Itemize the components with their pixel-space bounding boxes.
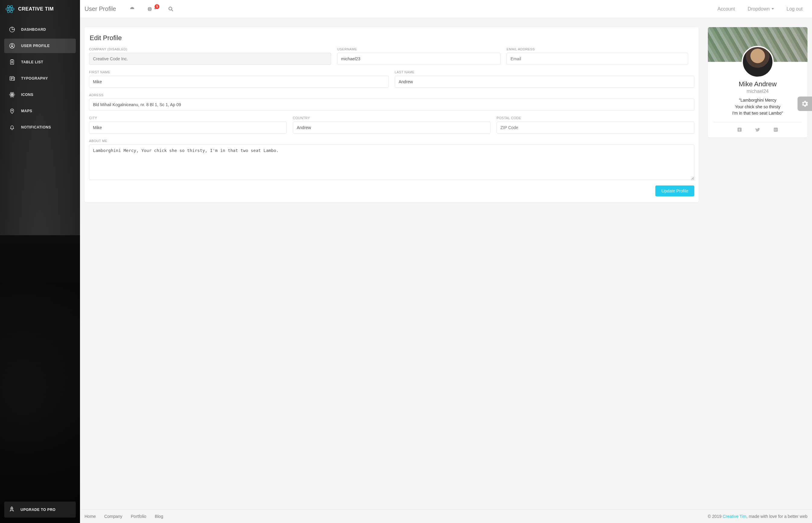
address-label: ADRESS — [89, 93, 694, 97]
first-name-input[interactable] — [89, 76, 389, 88]
about-label: ABOUT ME — [89, 139, 694, 143]
footer-link-company[interactable]: Company — [104, 514, 122, 519]
page-title: User Profile — [85, 5, 116, 12]
gear-icon — [801, 100, 808, 107]
user-icon — [8, 42, 16, 50]
footer-links: Home Company Portfolio Blog — [85, 514, 163, 519]
footer-brand-link[interactable]: Creative Tim — [723, 514, 746, 519]
social-links: G+ — [708, 123, 808, 138]
brand[interactable]: CREATIVE TIM — [0, 0, 80, 18]
nav-dropdown-label: Dropdown — [748, 6, 770, 12]
sidebar-item-icons[interactable]: ICONS — [4, 88, 76, 102]
notifications-badge: 5 — [155, 4, 159, 9]
company-input — [89, 53, 331, 65]
svg-point-13 — [12, 110, 13, 111]
sidebar-item-label: ICONS — [21, 93, 34, 97]
edit-profile-card: Edit Profile COMPANY (DISABLED) USERNAME… — [85, 27, 699, 202]
twitter-link[interactable] — [755, 127, 761, 133]
username-label: USERNAME — [337, 47, 500, 51]
clipboard-icon — [8, 58, 16, 66]
pie-chart-icon — [8, 26, 16, 33]
last-name-label: LAST NAME — [395, 70, 695, 74]
postal-label: POSTAL CODE — [497, 116, 694, 120]
google-plus-icon: G+ — [773, 127, 778, 132]
dashboard-icon — [129, 6, 135, 12]
edit-profile-title: Edit Profile — [90, 34, 694, 42]
facebook-link[interactable] — [737, 127, 743, 133]
user-handle: michael24 — [708, 89, 808, 94]
sidebar: CREATIVE TIM DASHBOARD USER PROFILE — [0, 0, 80, 523]
newspaper-icon — [8, 75, 16, 82]
dashboard-icon-button[interactable] — [125, 4, 139, 15]
search-button[interactable] — [163, 4, 178, 15]
first-name-label: FIRST NAME — [89, 70, 389, 74]
footer-link-blog[interactable]: Blog — [155, 514, 163, 519]
main-panel: User Profile 5 Account Dropdown Log out … — [80, 0, 812, 523]
sidebar-item-label: TYPOGRAPHY — [21, 76, 48, 80]
sidebar-nav: DASHBOARD USER PROFILE TABLE LIST — [0, 18, 80, 139]
atom-icon — [8, 91, 16, 98]
globe-icon — [147, 6, 153, 12]
nav-account[interactable]: Account — [713, 4, 740, 14]
settings-gear-button[interactable] — [797, 96, 812, 111]
sidebar-item-table-list[interactable]: TABLE LIST — [4, 55, 76, 69]
sidebar-item-notifications[interactable]: NOTIFICATIONS — [4, 120, 76, 134]
upgrade-to-pro[interactable]: UPGRADE TO PRO — [4, 502, 76, 518]
svg-point-12 — [12, 94, 13, 95]
svg-point-3 — [10, 8, 11, 10]
avatar — [742, 46, 774, 78]
email-label: EMAIL ADDRESS — [506, 47, 688, 51]
footer-copyright: © 2019 Creative Tim, made with love for … — [708, 514, 808, 519]
notifications-dropdown[interactable]: 5 — [142, 4, 160, 15]
nav-logout[interactable]: Log out — [782, 4, 808, 14]
content: Edit Profile COMPANY (DISABLED) USERNAME… — [80, 18, 812, 509]
user-quote: "Lamborghini Mercy Your chick she so thi… — [714, 97, 801, 117]
svg-text:G+: G+ — [774, 128, 778, 131]
user-name: Mike Andrew — [708, 80, 808, 88]
sidebar-item-typography[interactable]: TYPOGRAPHY — [4, 71, 76, 86]
last-name-input[interactable] — [395, 76, 695, 88]
map-pin-icon — [8, 107, 16, 114]
user-card: Mike Andrew michael24 "Lamborghini Mercy… — [708, 27, 808, 138]
upgrade-label: UPGRADE TO PRO — [20, 508, 55, 512]
bell-icon — [8, 124, 16, 131]
twitter-icon — [755, 127, 760, 132]
city-label: CITY — [89, 116, 287, 120]
svg-point-16 — [169, 7, 172, 10]
update-profile-button[interactable]: Update Profile — [655, 185, 694, 196]
react-logo-icon — [5, 4, 15, 14]
top-navbar: User Profile 5 Account Dropdown Log out — [80, 0, 812, 18]
sidebar-item-user-profile[interactable]: USER PROFILE — [4, 39, 76, 53]
footer-link-portfolio[interactable]: Portfolio — [131, 514, 146, 519]
caret-down-icon — [772, 8, 774, 10]
svg-point-14 — [12, 508, 12, 509]
country-label: COUNTRY — [293, 116, 490, 120]
footer: Home Company Portfolio Blog © 2019 Creat… — [80, 509, 812, 523]
facebook-icon — [737, 127, 742, 132]
sidebar-item-maps[interactable]: MAPS — [4, 104, 76, 118]
postal-input[interactable] — [497, 122, 694, 133]
search-icon — [168, 6, 174, 12]
address-input[interactable] — [89, 98, 694, 111]
city-input[interactable] — [89, 122, 287, 133]
company-label: COMPANY (DISABLED) — [89, 47, 331, 51]
sidebar-item-label: TABLE LIST — [21, 60, 43, 64]
sidebar-item-label: USER PROFILE — [21, 44, 50, 48]
sidebar-item-dashboard[interactable]: DASHBOARD — [4, 22, 76, 37]
google-plus-link[interactable]: G+ — [773, 127, 779, 133]
svg-point-6 — [11, 44, 13, 46]
country-input[interactable] — [293, 122, 490, 133]
nav-dropdown[interactable]: Dropdown — [743, 4, 779, 14]
about-textarea[interactable] — [89, 144, 694, 180]
sidebar-item-label: DASHBOARD — [21, 28, 46, 32]
footer-link-home[interactable]: Home — [85, 514, 96, 519]
sidebar-item-label: MAPS — [21, 109, 32, 113]
rocket-icon — [8, 506, 15, 513]
brand-text: CREATIVE TIM — [18, 6, 54, 12]
sidebar-item-label: NOTIFICATIONS — [21, 125, 51, 129]
email-input[interactable] — [506, 53, 688, 65]
username-input[interactable] — [337, 53, 500, 65]
